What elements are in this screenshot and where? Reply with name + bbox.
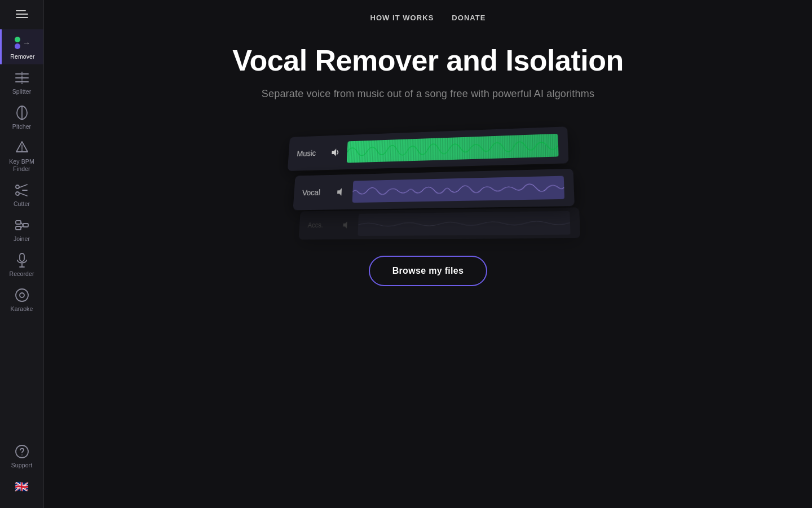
svg-line-10	[19, 185, 27, 188]
sidebar-label-joiner: Joiner	[14, 235, 30, 242]
vocal-track-label: Vocal	[302, 188, 330, 197]
language-flag-icon: 🇬🇧	[14, 479, 30, 494]
sidebar-item-recorder[interactable]: Recorder	[0, 247, 43, 282]
hero-title: Vocal Remover and Isolation	[232, 45, 624, 77]
keybpm-icon	[14, 140, 30, 156]
nav-link-donate[interactable]: DONATE	[452, 14, 486, 22]
svg-marker-25	[332, 149, 336, 157]
svg-point-22	[20, 293, 24, 297]
sidebar-item-splitter[interactable]: Splitter	[0, 64, 43, 99]
sidebar-label-remover: Remover	[10, 53, 34, 60]
sidebar-item-joiner[interactable]: Joiner	[0, 212, 43, 247]
remover-icon: →	[15, 35, 30, 51]
pitcher-icon	[14, 105, 30, 121]
sidebar-label-pitcher: Pitcher	[12, 123, 31, 130]
svg-rect-15	[23, 224, 28, 227]
waveform-illustration: Music Vocal	[281, 120, 575, 233]
sidebar-item-language[interactable]: 🇬🇧	[0, 473, 43, 499]
sidebar-label-keybpm: Key BPMFinder	[9, 158, 34, 172]
recorder-icon	[14, 252, 30, 268]
sidebar-item-cutter[interactable]: Cutter	[0, 177, 43, 212]
sidebar-label-karaoke: Karaoke	[11, 305, 33, 312]
svg-point-21	[16, 289, 28, 301]
sidebar-label-cutter: Cutter	[14, 200, 30, 207]
svg-point-24	[21, 454, 23, 456]
hero-section: Vocal Remover and Isolation Separate voi…	[232, 45, 624, 286]
sidebar-item-remover[interactable]: → Remover	[0, 29, 43, 64]
main-content: HOW IT WORKS DONATE Vocal Remover and Is…	[44, 0, 812, 508]
music-waveform	[347, 134, 559, 163]
music-volume-icon	[330, 147, 341, 158]
svg-marker-26	[337, 189, 342, 196]
sidebar-label-recorder: Recorder	[9, 270, 34, 277]
sidebar-item-pitcher[interactable]: Pitcher	[0, 99, 43, 134]
cutter-icon	[14, 182, 30, 198]
hero-subtitle: Separate voice from music out of a song …	[262, 88, 594, 100]
support-icon	[14, 444, 30, 459]
splitter-icon	[14, 70, 30, 86]
joiner-icon	[14, 217, 30, 233]
music-track-label: Music	[297, 148, 324, 158]
vocal-waveform	[352, 176, 565, 203]
browse-files-button[interactable]: Browse my files	[369, 256, 488, 286]
accompaniment-volume-icon	[341, 220, 352, 231]
vocal-volume-icon	[336, 186, 347, 198]
sidebar-label-support: Support	[11, 462, 33, 468]
svg-rect-13	[16, 221, 21, 224]
svg-marker-27	[343, 222, 347, 229]
accompaniment-track-label: Accs.	[307, 221, 335, 229]
hamburger-icon	[16, 10, 28, 18]
svg-rect-18	[20, 253, 24, 261]
nav-link-how-it-works[interactable]: HOW IT WORKS	[370, 14, 434, 22]
sidebar-item-support[interactable]: Support	[0, 438, 43, 473]
svg-line-11	[19, 193, 27, 196]
sidebar: → Remover Splitter Pitcher	[0, 0, 44, 508]
sidebar-item-keybpm[interactable]: Key BPMFinder	[0, 134, 43, 177]
vocal-track-card: Vocal	[293, 169, 574, 211]
hamburger-menu[interactable]	[0, 0, 43, 27]
accompaniment-waveform	[358, 211, 570, 236]
svg-rect-14	[16, 226, 21, 230]
sidebar-item-karaoke[interactable]: Karaoke	[0, 282, 43, 317]
svg-point-7	[21, 150, 23, 151]
sidebar-bottom: Support 🇬🇧	[0, 438, 43, 499]
music-track-card: Music	[288, 126, 569, 171]
accompaniment-track-card: Accs.	[299, 208, 581, 240]
sidebar-label-splitter: Splitter	[12, 88, 32, 95]
karaoke-icon	[14, 287, 30, 303]
top-nav: HOW IT WORKS DONATE	[370, 0, 486, 22]
